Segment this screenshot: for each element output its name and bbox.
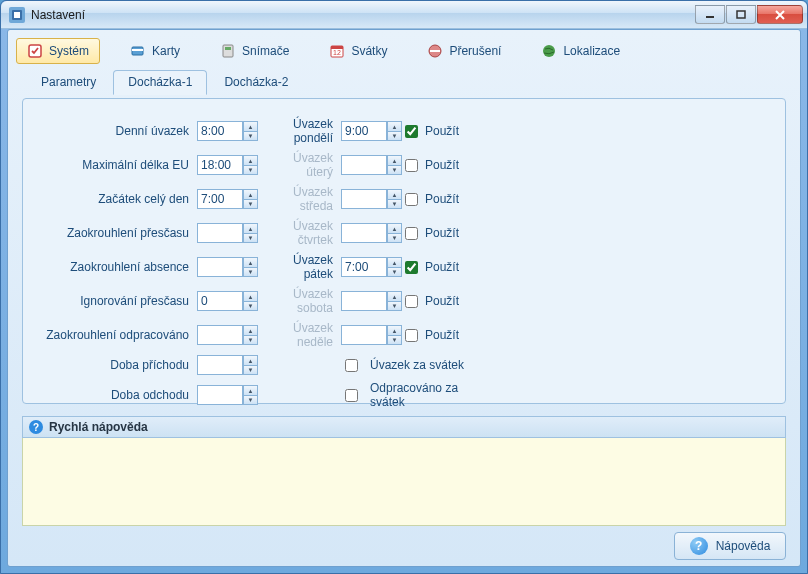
right-label-5: Úvazek sobota xyxy=(261,287,341,315)
use-checkbox-6[interactable] xyxy=(405,329,418,342)
right-4-up[interactable]: ▲ xyxy=(387,257,402,267)
left-8-up[interactable]: ▲ xyxy=(243,385,258,395)
left-6-down[interactable]: ▼ xyxy=(243,335,258,345)
left-6-input[interactable] xyxy=(197,325,243,345)
right-2-down[interactable]: ▼ xyxy=(387,199,402,209)
left-2-spinner: ▲ ▼ xyxy=(197,189,260,209)
right-6-up[interactable]: ▲ xyxy=(387,325,402,335)
left-4-up[interactable]: ▲ xyxy=(243,257,258,267)
left-2-down[interactable]: ▼ xyxy=(243,199,258,209)
right-5-up[interactable]: ▲ xyxy=(387,291,402,301)
right-1-down[interactable]: ▼ xyxy=(387,165,402,175)
right-4-input[interactable] xyxy=(341,257,387,277)
left-3-down[interactable]: ▼ xyxy=(243,233,258,243)
right-0-down[interactable]: ▼ xyxy=(387,131,402,141)
use-check-3 xyxy=(405,227,425,240)
toolbar-label: Lokalizace xyxy=(563,44,620,58)
left-4-down[interactable]: ▼ xyxy=(243,267,258,277)
left-2-up[interactable]: ▲ xyxy=(243,189,258,199)
left-label-2: Začátek celý den xyxy=(37,192,197,206)
svg-rect-7 xyxy=(223,45,233,57)
left-7-down[interactable]: ▼ xyxy=(243,365,258,375)
toolbar-lokalizace[interactable]: Lokalizace xyxy=(531,38,630,64)
left-1-up[interactable]: ▲ xyxy=(243,155,258,165)
use-check-5 xyxy=(405,295,425,308)
help-button[interactable]: ? Nápověda xyxy=(674,532,786,560)
use-check-6 xyxy=(405,329,425,342)
left-0-up[interactable]: ▲ xyxy=(243,121,258,131)
left-0-input[interactable] xyxy=(197,121,243,141)
tab-dochazka2[interactable]: Docházka-2 xyxy=(209,70,303,94)
right-1-input[interactable] xyxy=(341,155,387,175)
toolbar-system[interactable]: Systém xyxy=(16,38,100,64)
left-3-spinner: ▲ ▼ xyxy=(197,223,260,243)
right-3-down[interactable]: ▼ xyxy=(387,233,402,243)
right-2-input[interactable] xyxy=(341,189,387,209)
right-4-spinner: ▲ ▼ xyxy=(341,257,404,277)
use-check-1 xyxy=(405,159,425,172)
right-6-input[interactable] xyxy=(341,325,387,345)
left-0-spinner: ▲ ▼ xyxy=(197,121,260,141)
left-5-input[interactable] xyxy=(197,291,243,311)
tab-parametry[interactable]: Parametry xyxy=(26,70,111,94)
use-label-1: Použít xyxy=(425,158,485,172)
left-6-up[interactable]: ▲ xyxy=(243,325,258,335)
maximize-button[interactable] xyxy=(726,5,756,24)
extra-checkbox-7[interactable] xyxy=(345,359,358,372)
svg-rect-6 xyxy=(132,49,143,51)
toolbar-karty[interactable]: Karty xyxy=(120,38,190,64)
left-2-input[interactable] xyxy=(197,189,243,209)
right-3-up[interactable]: ▲ xyxy=(387,223,402,233)
svg-rect-8 xyxy=(225,47,231,50)
toolbar-preruseni[interactable]: Přerušení xyxy=(417,38,511,64)
toolbar-svatky[interactable]: 12Svátky xyxy=(319,38,397,64)
left-5-spinner: ▲ ▼ xyxy=(197,291,260,311)
right-0-input[interactable] xyxy=(341,121,387,141)
use-checkbox-3[interactable] xyxy=(405,227,418,240)
left-0-down[interactable]: ▼ xyxy=(243,131,258,141)
right-1-up[interactable]: ▲ xyxy=(387,155,402,165)
left-8-spinner: ▲ ▼ xyxy=(197,385,260,405)
right-2-up[interactable]: ▲ xyxy=(387,189,402,199)
right-5-input[interactable] xyxy=(341,291,387,311)
right-2-stepper: ▲ ▼ xyxy=(387,189,402,209)
right-1-spinner: ▲ ▼ xyxy=(341,155,404,175)
right-3-input[interactable] xyxy=(341,223,387,243)
right-5-down[interactable]: ▼ xyxy=(387,301,402,311)
close-button[interactable] xyxy=(757,5,803,24)
minimize-button[interactable] xyxy=(695,5,725,24)
left-7-up[interactable]: ▲ xyxy=(243,355,258,365)
left-1-input[interactable] xyxy=(197,155,243,175)
left-3-input[interactable] xyxy=(197,223,243,243)
right-0-up[interactable]: ▲ xyxy=(387,121,402,131)
right-3-spinner: ▲ ▼ xyxy=(341,223,404,243)
use-checkbox-5[interactable] xyxy=(405,295,418,308)
left-1-down[interactable]: ▼ xyxy=(243,165,258,175)
svg-text:12: 12 xyxy=(333,49,341,56)
toolbar-snimace[interactable]: Snímače xyxy=(210,38,299,64)
right-6-down[interactable]: ▼ xyxy=(387,335,402,345)
use-checkbox-1[interactable] xyxy=(405,159,418,172)
svg-rect-13 xyxy=(430,50,440,52)
left-2-stepper: ▲ ▼ xyxy=(243,189,258,209)
tab-dochazka1[interactable]: Docházka-1 xyxy=(113,70,207,95)
left-5-down[interactable]: ▼ xyxy=(243,301,258,311)
left-4-input[interactable] xyxy=(197,257,243,277)
use-label-0: Použít xyxy=(425,124,485,138)
use-checkbox-4[interactable] xyxy=(405,261,418,274)
right-6-stepper: ▲ ▼ xyxy=(387,325,402,345)
quick-help-title: Rychlá nápověda xyxy=(49,420,148,434)
left-7-input[interactable] xyxy=(197,355,243,375)
snimace-icon xyxy=(220,43,236,59)
right-label-2: Úvazek středa xyxy=(261,185,341,213)
left-8-down[interactable]: ▼ xyxy=(243,395,258,405)
use-checkbox-0[interactable] xyxy=(405,125,418,138)
extra-check-7: Úvazek za svátek xyxy=(341,358,485,372)
left-3-up[interactable]: ▲ xyxy=(243,223,258,233)
left-1-stepper: ▲ ▼ xyxy=(243,155,258,175)
extra-checkbox-8[interactable] xyxy=(345,389,358,402)
left-5-up[interactable]: ▲ xyxy=(243,291,258,301)
left-8-input[interactable] xyxy=(197,385,243,405)
use-checkbox-2[interactable] xyxy=(405,193,418,206)
right-4-down[interactable]: ▼ xyxy=(387,267,402,277)
